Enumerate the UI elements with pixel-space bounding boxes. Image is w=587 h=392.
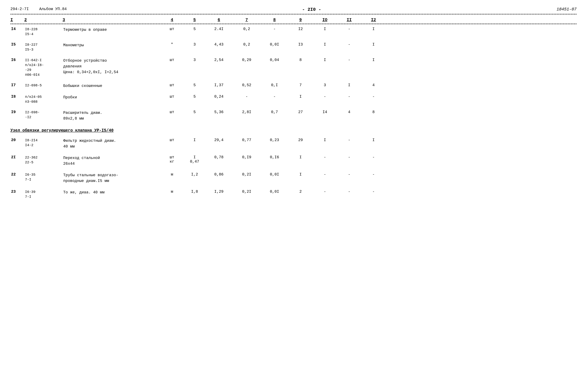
row-10-col-3: То же, диаа. 40 мм [62, 189, 160, 196]
row-10-col-1: 23 [10, 189, 24, 194]
row-9-col-5: I,2 [184, 172, 205, 177]
col-header-3: 3 [62, 18, 160, 22]
row-9-col-4: м [160, 172, 184, 177]
row-10-col-2: I6-39 7-I [24, 189, 62, 200]
table-row: 23I6-39 7-IТо же, диаа. 40 мммI,8I,290,2… [10, 187, 577, 202]
row-8-col-10: - [313, 155, 337, 160]
row-2-col-2: II-642-I п/к24-I8- -29 п06-0I4 [24, 58, 62, 78]
row-2-col-10: I [313, 58, 337, 62]
row-1-col-12: I [361, 42, 386, 47]
row-7-col-4: шт [160, 138, 184, 143]
row-0-col-12: I [361, 26, 386, 32]
table-body: I4I8-228 I5-4Термометры в оправешт52.4I0… [10, 24, 577, 202]
row-3-col-11: I [337, 83, 361, 88]
row-9-col-3: Трубы стальные водогазо- проводные диам.… [62, 172, 160, 184]
row-0-col-2: I8-228 I5-4 [24, 26, 62, 37]
row-7-col-12: I [361, 138, 386, 143]
table-row: I7I2-698-5Бобышки скошенныешт5I,370,520,… [10, 80, 577, 92]
row-2-col-4: шт [160, 58, 184, 62]
row-5-col-6: 5,36 [205, 110, 233, 115]
col-header-6: 6 [205, 18, 233, 22]
row-2-col-12: I [361, 58, 386, 62]
row-4-col-6: 0,24 [205, 94, 233, 99]
row-7-col-10: I [313, 138, 337, 143]
row-7-col-8: 0,23 [261, 138, 288, 143]
row-5-col-3: Расширитель диам. 89х2,8 мм [62, 110, 160, 122]
row-2-col-5: 3 [184, 58, 205, 62]
row-3-col-8: 0,I [261, 83, 288, 88]
row-8-col-6: 0,78 [205, 155, 233, 160]
row-9-col-1: 22 [10, 172, 24, 177]
row-5-col-9: 27 [288, 110, 313, 115]
row-4-col-1: I8 [10, 94, 24, 99]
page-number: - 2I0 - [302, 7, 321, 12]
row-5-col-8: 0,7 [261, 110, 288, 115]
row-3-col-3: Бобышки скошенные [62, 83, 160, 89]
row-0-col-1: I4 [10, 26, 24, 32]
row-4-col-8: - [261, 94, 288, 99]
row-1-col-2: I8-227 I5-3 [24, 42, 62, 52]
row-0-col-9: I2 [288, 26, 313, 32]
row-8-col-8: 0,I6 [261, 155, 288, 160]
row-2-col-11: - [337, 58, 361, 62]
row-7-col-5: I [184, 138, 205, 143]
row-1-col-9: I3 [288, 42, 313, 47]
row-1-col-6: 4,43 [205, 42, 233, 47]
row-3-col-6: I,37 [205, 83, 233, 88]
row-4-col-9: I [288, 94, 313, 99]
row-10-col-10: - [313, 189, 337, 194]
row-5-col-12: 8 [361, 110, 386, 115]
col-header-9: 9 [288, 18, 313, 22]
row-5-col-11: 4 [337, 110, 361, 115]
row-8-col-1: 2I [10, 155, 24, 160]
form-code: 18451-07 [557, 7, 577, 12]
table-row: 20I8-2I4 I4-2Фильтр жидкостный диам. 40 … [10, 135, 577, 152]
row-1-col-1: I5 [10, 42, 24, 47]
col-header-1: I [10, 18, 24, 22]
row-9-col-12: - [361, 172, 386, 177]
col-header-5: 5 [184, 18, 205, 22]
row-9-col-10: - [313, 172, 337, 177]
col-header-4: 4 [160, 18, 184, 22]
row-1-col-4: " [160, 42, 184, 47]
row-4-col-3: Пробки [62, 94, 160, 100]
row-3-col-10: 3 [313, 83, 337, 88]
row-1-col-5: 3 [184, 42, 205, 47]
col-header-8: 8 [261, 18, 288, 22]
row-3-col-12: 4 [361, 83, 386, 88]
row-0-col-7: 0,2 [233, 26, 261, 32]
row-2-col-1: I6 [10, 58, 24, 62]
row-1-col-8: 0,0I [261, 42, 288, 47]
album-label: Альбом УП.84 [39, 7, 67, 11]
row-0-col-4: шт [160, 26, 184, 32]
row-10-col-11: - [337, 189, 361, 194]
row-5-col-5: 5 [184, 110, 205, 115]
row-0-col-11: - [337, 26, 361, 32]
col-header-10: IO [313, 18, 337, 22]
row-7-col-11: - [337, 138, 361, 143]
row-8-col-5: I 0,47 [184, 155, 205, 164]
row-10-col-12: - [361, 189, 386, 194]
row-10-col-6: I,29 [205, 189, 233, 194]
row-1-col-10: I [313, 42, 337, 47]
row-4-col-5: 5 [184, 94, 205, 99]
table-row: I4I8-228 I5-4Термометры в оправешт52.4I0… [10, 24, 577, 40]
table-row: 2I22-362 22-5Переход стальной 26х44шт кг… [10, 152, 577, 170]
row-7-col-6: 29,4 [205, 138, 233, 143]
row-3-col-1: I7 [10, 83, 24, 88]
row-8-col-12: - [361, 155, 386, 160]
row-10-col-9: 2 [288, 189, 313, 194]
row-3-col-2: I2-698-5 [24, 83, 62, 88]
row-7-col-2: I8-2I4 I4-2 [24, 138, 62, 148]
row-0-col-5: 5 [184, 26, 205, 32]
col-header-12: I2 [361, 18, 386, 22]
row-8-col-9: I [288, 155, 313, 160]
row-10-col-8: 0,0I [261, 189, 288, 194]
row-9-col-6: 0,86 [205, 172, 233, 177]
row-8-col-11: - [337, 155, 361, 160]
header-left: 294-2-7I Альбом УП.84 [10, 7, 67, 11]
row-8-col-7: 0,I9 [233, 155, 261, 160]
table-row: I8п/к24-05 п3-088Пробкишт50,24--I--- [10, 92, 577, 107]
col-header-11: II [337, 18, 361, 22]
row-3-col-9: 7 [288, 83, 313, 88]
